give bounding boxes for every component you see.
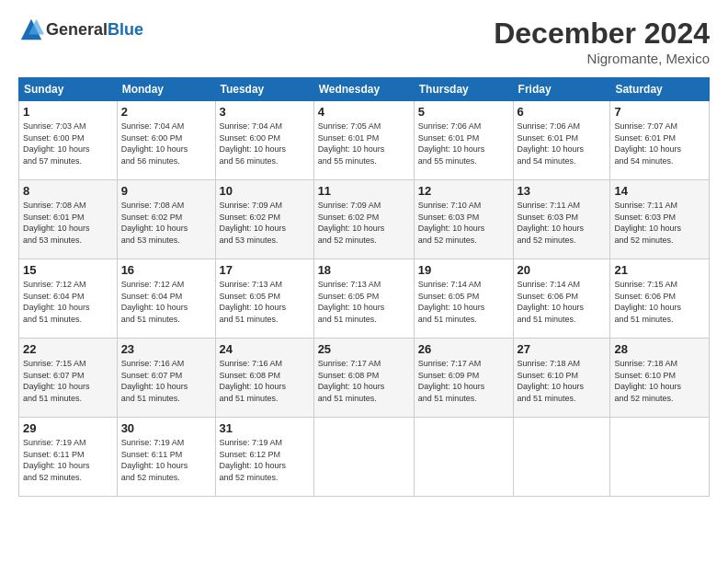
day-info: Sunrise: 7:09 AM Sunset: 6:02 PM Dayligh…	[318, 200, 410, 246]
table-row: 26Sunrise: 7:17 AM Sunset: 6:09 PM Dayli…	[414, 339, 513, 418]
calendar-row: 29Sunrise: 7:19 AM Sunset: 6:11 PM Dayli…	[19, 418, 710, 497]
logo-blue: Blue	[108, 20, 143, 39]
day-number: 28	[614, 342, 705, 356]
col-wednesday: Wednesday	[313, 78, 414, 101]
header: GeneralBlue December 2024 Nigromante, Me…	[18, 17, 710, 66]
location: Nigromante, Mexico	[494, 51, 710, 66]
table-row: 21Sunrise: 7:15 AM Sunset: 6:06 PM Dayli…	[610, 259, 710, 339]
calendar-row: 8Sunrise: 7:08 AM Sunset: 6:01 PM Daylig…	[19, 180, 710, 259]
table-row: 25Sunrise: 7:17 AM Sunset: 6:08 PM Dayli…	[313, 339, 414, 418]
logo: GeneralBlue	[18, 17, 143, 42]
day-number: 30	[121, 421, 211, 435]
day-info: Sunrise: 7:07 AM Sunset: 6:01 PM Dayligh…	[614, 121, 705, 167]
day-number: 13	[518, 184, 607, 198]
logo-general: General	[46, 20, 108, 39]
calendar-header-row: Sunday Monday Tuesday Wednesday Thursday…	[19, 78, 710, 101]
col-thursday: Thursday	[414, 78, 513, 101]
table-row	[513, 418, 610, 497]
day-number: 4	[318, 105, 410, 119]
table-row: 22Sunrise: 7:15 AM Sunset: 6:07 PM Dayli…	[19, 339, 118, 418]
table-row: 3Sunrise: 7:04 AM Sunset: 6:00 PM Daylig…	[215, 101, 313, 180]
table-row: 10Sunrise: 7:09 AM Sunset: 6:02 PM Dayli…	[215, 180, 313, 259]
day-info: Sunrise: 7:17 AM Sunset: 6:09 PM Dayligh…	[418, 358, 509, 404]
day-info: Sunrise: 7:18 AM Sunset: 6:10 PM Dayligh…	[518, 358, 607, 404]
table-row: 9Sunrise: 7:08 AM Sunset: 6:02 PM Daylig…	[117, 180, 215, 259]
day-info: Sunrise: 7:08 AM Sunset: 6:01 PM Dayligh…	[23, 200, 113, 246]
table-row: 4Sunrise: 7:05 AM Sunset: 6:01 PM Daylig…	[313, 101, 414, 180]
day-number: 20	[518, 263, 607, 277]
day-number: 2	[121, 105, 211, 119]
calendar-row: 1Sunrise: 7:03 AM Sunset: 6:00 PM Daylig…	[19, 101, 710, 180]
day-number: 6	[518, 105, 607, 119]
day-info: Sunrise: 7:16 AM Sunset: 6:08 PM Dayligh…	[220, 358, 310, 404]
table-row: 14Sunrise: 7:11 AM Sunset: 6:03 PM Dayli…	[610, 180, 710, 259]
day-number: 27	[518, 342, 607, 356]
calendar-row: 22Sunrise: 7:15 AM Sunset: 6:07 PM Dayli…	[19, 339, 710, 418]
day-number: 26	[418, 342, 509, 356]
day-info: Sunrise: 7:14 AM Sunset: 6:05 PM Dayligh…	[418, 279, 509, 325]
day-info: Sunrise: 7:03 AM Sunset: 6:00 PM Dayligh…	[23, 121, 113, 167]
month-title: December 2024	[494, 17, 710, 51]
day-info: Sunrise: 7:16 AM Sunset: 6:07 PM Dayligh…	[121, 358, 211, 404]
day-number: 9	[121, 184, 211, 198]
col-friday: Friday	[513, 78, 610, 101]
col-sunday: Sunday	[19, 78, 118, 101]
table-row: 13Sunrise: 7:11 AM Sunset: 6:03 PM Dayli…	[513, 180, 610, 259]
table-row: 31Sunrise: 7:19 AM Sunset: 6:12 PM Dayli…	[215, 418, 313, 497]
day-number: 31	[220, 421, 310, 435]
col-saturday: Saturday	[610, 78, 710, 101]
day-info: Sunrise: 7:14 AM Sunset: 6:06 PM Dayligh…	[518, 279, 607, 325]
table-row: 28Sunrise: 7:18 AM Sunset: 6:10 PM Dayli…	[610, 339, 710, 418]
day-info: Sunrise: 7:12 AM Sunset: 6:04 PM Dayligh…	[121, 279, 211, 325]
day-number: 12	[418, 184, 509, 198]
day-number: 19	[418, 263, 509, 277]
table-row: 19Sunrise: 7:14 AM Sunset: 6:05 PM Dayli…	[414, 259, 513, 339]
table-row: 7Sunrise: 7:07 AM Sunset: 6:01 PM Daylig…	[610, 101, 710, 180]
day-info: Sunrise: 7:18 AM Sunset: 6:10 PM Dayligh…	[614, 358, 705, 404]
table-row: 23Sunrise: 7:16 AM Sunset: 6:07 PM Dayli…	[117, 339, 215, 418]
day-number: 5	[418, 105, 509, 119]
day-info: Sunrise: 7:15 AM Sunset: 6:06 PM Dayligh…	[614, 279, 705, 325]
table-row: 17Sunrise: 7:13 AM Sunset: 6:05 PM Dayli…	[215, 259, 313, 339]
day-number: 8	[23, 184, 113, 198]
day-number: 21	[614, 263, 705, 277]
day-info: Sunrise: 7:05 AM Sunset: 6:01 PM Dayligh…	[318, 121, 410, 167]
day-number: 11	[318, 184, 410, 198]
title-block: December 2024 Nigromante, Mexico	[494, 17, 710, 66]
table-row: 20Sunrise: 7:14 AM Sunset: 6:06 PM Dayli…	[513, 259, 610, 339]
day-number: 1	[23, 105, 113, 119]
page: GeneralBlue December 2024 Nigromante, Me…	[0, 0, 728, 506]
day-info: Sunrise: 7:06 AM Sunset: 6:01 PM Dayligh…	[518, 121, 607, 167]
day-info: Sunrise: 7:17 AM Sunset: 6:08 PM Dayligh…	[318, 358, 410, 404]
table-row: 24Sunrise: 7:16 AM Sunset: 6:08 PM Dayli…	[215, 339, 313, 418]
calendar-table: Sunday Monday Tuesday Wednesday Thursday…	[18, 77, 710, 497]
day-number: 24	[220, 342, 310, 356]
day-number: 23	[121, 342, 211, 356]
table-row: 11Sunrise: 7:09 AM Sunset: 6:02 PM Dayli…	[313, 180, 414, 259]
logo-icon	[18, 17, 44, 42]
day-info: Sunrise: 7:11 AM Sunset: 6:03 PM Dayligh…	[614, 200, 705, 246]
day-number: 22	[23, 342, 113, 356]
table-row: 27Sunrise: 7:18 AM Sunset: 6:10 PM Dayli…	[513, 339, 610, 418]
table-row	[313, 418, 414, 497]
day-number: 10	[220, 184, 310, 198]
day-info: Sunrise: 7:06 AM Sunset: 6:01 PM Dayligh…	[418, 121, 509, 167]
day-number: 18	[318, 263, 410, 277]
day-info: Sunrise: 7:11 AM Sunset: 6:03 PM Dayligh…	[518, 200, 607, 246]
day-info: Sunrise: 7:13 AM Sunset: 6:05 PM Dayligh…	[318, 279, 410, 325]
day-number: 7	[614, 105, 705, 119]
day-info: Sunrise: 7:09 AM Sunset: 6:02 PM Dayligh…	[220, 200, 310, 246]
day-number: 3	[220, 105, 310, 119]
table-row: 16Sunrise: 7:12 AM Sunset: 6:04 PM Dayli…	[117, 259, 215, 339]
day-number: 14	[614, 184, 705, 198]
day-info: Sunrise: 7:08 AM Sunset: 6:02 PM Dayligh…	[121, 200, 211, 246]
day-info: Sunrise: 7:04 AM Sunset: 6:00 PM Dayligh…	[220, 121, 310, 167]
col-tuesday: Tuesday	[215, 78, 313, 101]
table-row: 1Sunrise: 7:03 AM Sunset: 6:00 PM Daylig…	[19, 101, 118, 180]
table-row	[414, 418, 513, 497]
day-number: 15	[23, 263, 113, 277]
day-info: Sunrise: 7:12 AM Sunset: 6:04 PM Dayligh…	[23, 279, 113, 325]
day-info: Sunrise: 7:04 AM Sunset: 6:00 PM Dayligh…	[121, 121, 211, 167]
day-info: Sunrise: 7:19 AM Sunset: 6:11 PM Dayligh…	[121, 437, 211, 483]
table-row: 5Sunrise: 7:06 AM Sunset: 6:01 PM Daylig…	[414, 101, 513, 180]
